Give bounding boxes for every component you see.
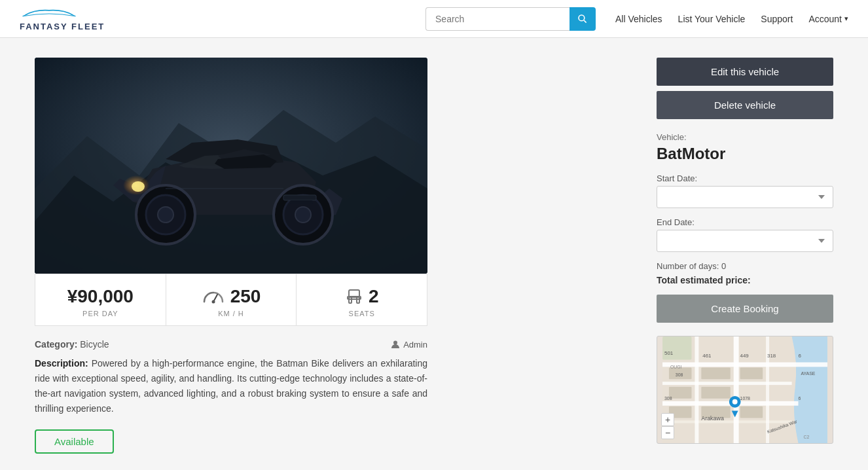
right-panel: Edit this vehicle Delete vehicle Vehicle… [657,58,833,454]
svg-point-25 [211,300,215,304]
account-label: Account [808,14,842,24]
vehicle-name: BatMotor [657,145,833,163]
end-date-label: End Date: [657,217,833,227]
svg-rect-27 [349,297,352,303]
map-zoom-out-button[interactable]: − [661,426,674,439]
svg-text:449: 449 [740,353,750,359]
svg-text:318: 318 [767,353,776,359]
svg-rect-35 [662,420,792,423]
user-icon [391,340,400,349]
svg-rect-42 [669,387,692,399]
svg-point-2 [579,15,585,21]
price-stat: ¥90,000 PER DAY [35,274,166,325]
svg-text:461: 461 [702,353,711,359]
admin-info: Admin [391,340,427,350]
category-line: Category: Bicycle Admin [35,339,427,350]
speed-value: 250 [173,286,290,307]
nav-support[interactable]: Support [761,14,793,24]
svg-point-64 [732,399,738,405]
category-text: Category: Bicycle [35,339,109,350]
svg-point-18 [132,181,145,192]
svg-text:501: 501 [664,350,673,356]
seats-stat: 2 SEATS [297,274,427,325]
start-date-select[interactable] [657,186,833,208]
price-label: PER DAY [42,310,159,317]
logo[interactable]: Fantasy Fleet [20,7,105,31]
svg-rect-37 [734,336,739,443]
speedometer-icon [202,289,225,304]
speed-stat: 250 KM / H [166,274,297,325]
svg-text:AYASE: AYASE [801,371,815,376]
nav-all-vehicles[interactable]: All Vehicles [615,14,662,24]
svg-point-16 [295,207,311,223]
end-date-select[interactable] [657,230,833,252]
svg-text:1078: 1078 [740,396,751,401]
svg-rect-39 [701,367,730,379]
account-dropdown[interactable]: Account ▾ [808,14,848,24]
svg-text:6: 6 [799,396,801,401]
total-price-label: Total estimated price: [657,275,833,285]
availability-badge: Available [35,429,114,454]
svg-rect-40 [701,387,730,399]
svg-text:Arakawa: Arakawa [701,415,724,422]
svg-line-3 [584,20,587,23]
main-content: ¥90,000 PER DAY 250 KM / H [22,58,846,454]
svg-text:6: 6 [799,353,802,359]
svg-text:OUGI: OUGI [670,365,682,369]
left-panel: ¥90,000 PER DAY 250 KM / H [35,58,630,454]
price-value: ¥90,000 [42,286,159,307]
svg-rect-24 [290,200,313,204]
vehicle-label-sm: Vehicle: [657,132,833,142]
map-inner: 501 461 449 318 6 308 Arakawa 308 1078 6… [657,336,833,443]
days-info: Number of days: 0 [657,261,833,271]
vehicle-meta: Category: Bicycle Admin Description: Pow… [35,339,427,454]
vehicle-image [35,58,427,274]
svg-rect-28 [357,297,359,303]
edit-vehicle-button[interactable]: Edit this vehicle [657,58,833,86]
svg-text:308: 308 [676,372,683,377]
map-zoom-in-button[interactable]: + [661,413,674,426]
svg-rect-47 [662,336,691,360]
svg-text:C2: C2 [803,435,809,439]
description-block: Description: Powered by a high-performan… [35,356,427,416]
map-container: 501 461 449 318 6 308 Arakawa 308 1078 6… [657,336,833,444]
start-date-label: Start Date: [657,173,833,183]
vehicle-photo [35,58,427,274]
map-svg: 501 461 449 318 6 308 Arakawa 308 1078 6… [657,336,833,443]
logo-text: Fantasy Fleet [20,22,105,31]
svg-text:308: 308 [664,396,672,401]
nav-list-vehicle[interactable]: List Your Vehicle [678,14,746,24]
create-booking-button[interactable]: Create Booking [657,295,833,323]
navbar: Fantasy Fleet All Vehicles List Your Veh… [0,0,868,38]
seats-value: 2 [303,286,420,307]
svg-rect-32 [662,363,827,367]
search-bar [425,7,596,31]
svg-rect-43 [740,367,763,379]
svg-point-30 [393,341,397,345]
stats-row: ¥90,000 PER DAY 250 KM / H [35,274,427,326]
seat-icon [345,287,363,306]
speed-label: KM / H [173,310,290,317]
chevron-down-icon: ▾ [844,14,848,23]
seats-label: SEATS [303,310,420,317]
delete-vehicle-button[interactable]: Delete vehicle [657,91,833,119]
svg-rect-23 [283,195,316,200]
svg-rect-36 [695,336,698,443]
search-input[interactable] [425,7,570,31]
search-button[interactable] [570,7,596,31]
booking-section: Vehicle: BatMotor Start Date: End Date: … [657,132,833,323]
svg-rect-33 [662,382,792,385]
nav-links: All Vehicles List Your Vehicle Support A… [615,14,848,24]
svg-point-13 [158,207,173,223]
svg-rect-44 [740,407,763,418]
